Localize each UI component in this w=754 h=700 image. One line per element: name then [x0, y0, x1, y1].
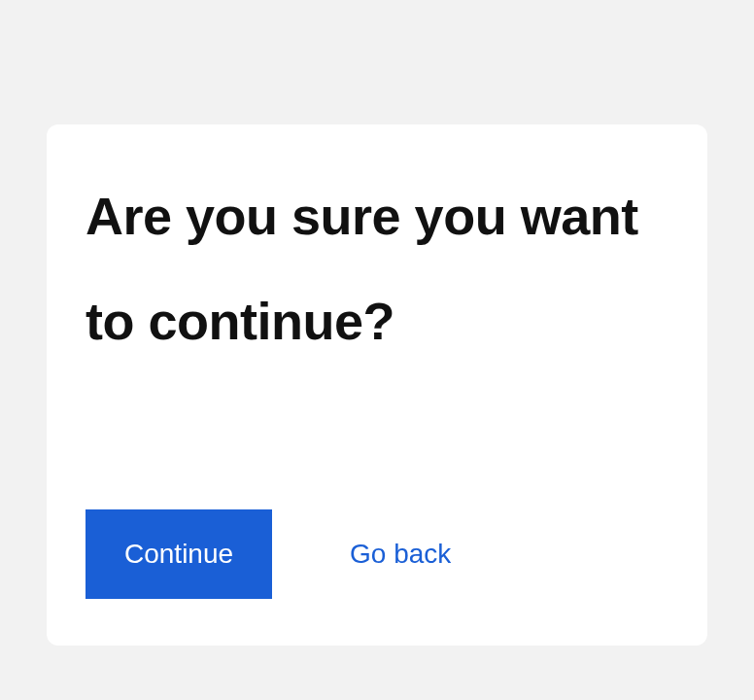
go-back-button[interactable]: Go back	[350, 539, 451, 570]
continue-button[interactable]: Continue	[86, 509, 272, 599]
confirmation-dialog: Are you sure you want to continue? Conti…	[47, 124, 707, 646]
dialog-title: Are you sure you want to continue?	[86, 163, 668, 373]
dialog-actions: Continue Go back	[86, 509, 668, 599]
